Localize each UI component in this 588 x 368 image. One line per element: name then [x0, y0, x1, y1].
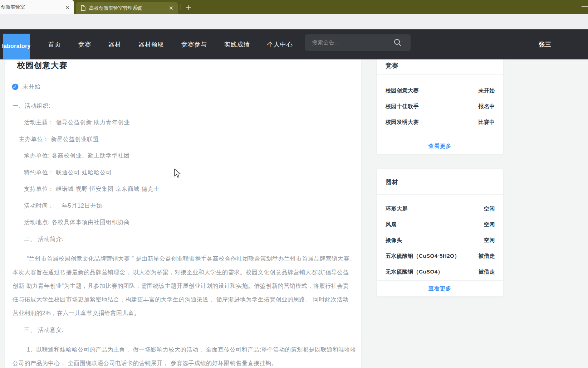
nav-item-practice-score[interactable]: 实践成绩: [224, 40, 250, 49]
nav-item-competition[interactable]: 竞赛: [78, 40, 91, 49]
equipment-link[interactable]: 摄像头: [386, 237, 402, 244]
competitions-list: 校园创意大赛 未开始 校园十佳歌手 报名中 校园发明大赛 比赛中: [377, 75, 503, 138]
field-theme: 活动主题： 倡导公益创新 助力青年创业: [13, 119, 353, 126]
field-special-unit: 特约单位： 联通公司 娃哈哈公司: [13, 169, 353, 176]
meaning-paragraph: 1、以联通和娃哈哈公司的产品为主角， 做一场影响力较大的活动， 全面宣传公司和产…: [13, 343, 353, 368]
equipment-panel: 器材 环形大屏 空闲 风扇 空闲 摄像头 空闲 五水硫酸铜（CuSO4·5H2O…: [377, 169, 503, 297]
equipment-row: 五水硫酸铜（CuSO4·5H2O） 被借走: [377, 248, 503, 264]
page-body: 校园创意大赛 未开始 一、活动组织: 活动主题： 倡导公益创新 助力青年创业 主…: [0, 59, 588, 368]
equipment-panel-title: 器材: [377, 169, 503, 195]
intro-paragraph: “兰州市首届校园创意文化品牌营销大赛 ” 是由新星公益创业联盟携手各高校合作社团…: [13, 252, 353, 320]
equipment-status: 被借走: [479, 253, 495, 260]
tab-title: 创新实验室: [1, 4, 63, 10]
tab-title: 高校创新实验室管理系统: [89, 5, 167, 11]
browser-tab-bar: 创新实验室 高校创新实验室管理系统: [0, 0, 588, 14]
nav-item-personal-center[interactable]: 个人中心: [267, 40, 293, 49]
meaning-heading: 三、 活动意义:: [13, 327, 353, 333]
competition-detail-card: 校园创意大赛 未开始 一、活动组织: 活动主题： 倡导公益创新 助力青年创业 主…: [5, 59, 361, 368]
document-icon: [80, 5, 86, 11]
competition-status: 报名中: [479, 103, 495, 110]
equipment-row: 环形大屏 空闲: [377, 201, 503, 217]
new-tab-button[interactable]: [184, 3, 192, 12]
equipment-list: 环形大屏 空闲 风扇 空闲 摄像头 空闲 五水硫酸铜（CuSO4·5H2O） 被…: [377, 195, 503, 280]
status-row: 未开始: [12, 83, 353, 90]
search-placeholder: 搜索公告...: [312, 39, 393, 46]
field-organization: 一、活动组织:: [13, 103, 353, 109]
equipment-row: 摄像头 空闲: [377, 232, 503, 248]
nav-item-competition-join[interactable]: 竞赛参与: [181, 40, 207, 49]
competition-status: 未开始: [479, 87, 495, 94]
tab-separator: [181, 4, 181, 10]
equipment-link[interactable]: 环形大屏: [386, 205, 408, 212]
field-support-unit: 支持单位： 维诺城 视野 恒安集团 京东商城 德克士: [13, 186, 353, 192]
field-time: 活动时间： ＿年5月12日开始: [13, 203, 353, 209]
tab-close-icon[interactable]: [63, 3, 71, 11]
field-location: 活动地点: 各校具体事项由社团组织协商: [13, 219, 353, 226]
nav-item-home[interactable]: 首页: [48, 40, 61, 49]
site-logo[interactable]: laboratory: [3, 34, 30, 59]
browser-toolbar: localhost:8080/innovationlaboratory/comp…: [0, 14, 588, 29]
status-text: 未开始: [23, 83, 41, 91]
nav-item-equipment-borrow[interactable]: 器材领取: [138, 40, 164, 49]
competitions-panel: 竞赛 校园创意大赛 未开始 校园十佳歌手 报名中 校园发明大赛 比赛中 查看更多: [377, 59, 503, 154]
search-icon[interactable]: [393, 38, 402, 47]
competition-status: 比赛中: [479, 119, 495, 126]
page-title: 校园创意大赛: [17, 61, 353, 70]
search-input[interactable]: 搜索公告...: [305, 34, 411, 51]
site-navbar: laboratory 首页 竞赛 器材 器材领取 竞赛参与 实践成绩 个人中心 …: [0, 29, 588, 59]
competitions-panel-title: 竞赛: [377, 59, 503, 75]
main-menu: 首页 竞赛 器材 器材领取 竞赛参与 实践成绩 个人中心: [48, 29, 310, 59]
equipment-link[interactable]: 风扇: [386, 221, 397, 228]
equipment-row: 无水硫酸铜（CuSO4） 被借走: [377, 264, 503, 280]
equipment-status: 空闲: [484, 221, 495, 228]
equipment-see-more-link[interactable]: 查看更多: [377, 280, 503, 296]
equipment-status: 空闲: [484, 205, 495, 212]
competition-link[interactable]: 校园创意大赛: [386, 87, 419, 94]
intro-heading: 二、 活动简介:: [13, 236, 353, 242]
mouse-cursor: [174, 169, 182, 179]
competition-link[interactable]: 校园十佳歌手: [386, 103, 419, 110]
field-host: 主办单位： 新星公益创业联盟: [13, 136, 353, 142]
competition-row: 校园十佳歌手 报名中: [377, 98, 503, 114]
competition-row: 校园创意大赛 未开始: [377, 83, 503, 98]
user-menu[interactable]: 张三: [539, 29, 552, 59]
equipment-row: 风扇 空闲: [377, 217, 503, 232]
browser-tab-1[interactable]: 创新实验室: [0, 0, 74, 14]
equipment-link[interactable]: 无水硫酸铜（CuSO4）: [386, 268, 443, 275]
competitions-see-more-link[interactable]: 查看更多: [377, 138, 503, 154]
equipment-status: 空闲: [484, 237, 495, 244]
competition-row: 校园发明大赛 比赛中: [377, 114, 503, 130]
minimize-button[interactable]: [582, 6, 588, 7]
browser-tab-2-active[interactable]: 高校创新实验室管理系统: [76, 2, 178, 14]
clock-icon: [12, 83, 19, 90]
tab-close-icon[interactable]: [167, 4, 175, 12]
field-organizer: 承办单位: 各高校创业、勤工助学型社团: [13, 152, 353, 159]
equipment-status: 被借走: [479, 268, 495, 275]
nav-item-equipment[interactable]: 器材: [108, 40, 121, 49]
equipment-link[interactable]: 五水硫酸铜（CuSO4·5H2O）: [386, 253, 460, 260]
competition-link[interactable]: 校园发明大赛: [386, 119, 419, 126]
